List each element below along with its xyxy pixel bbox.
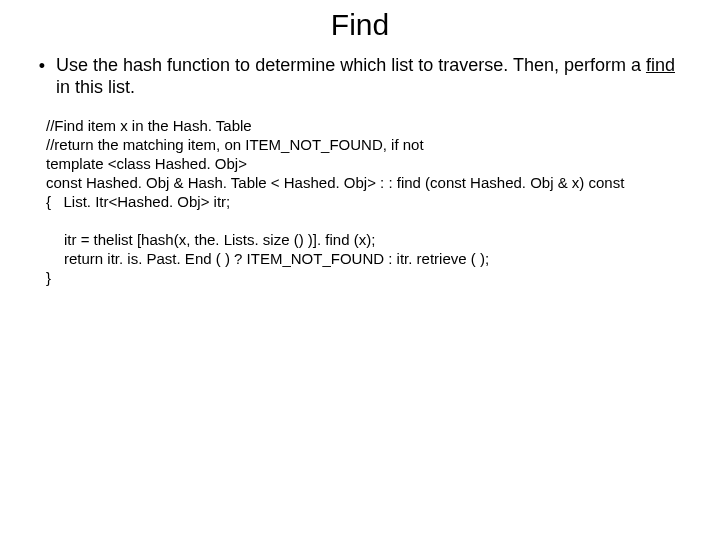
bullet-text-underlined: find — [646, 55, 675, 75]
code-line: //return the matching item, on ITEM_NOT_… — [46, 135, 692, 154]
code-line: itr = thelist [hash(x, the. Lists. size … — [46, 230, 692, 249]
bullet-text-pre: Use the hash function to determine which… — [56, 55, 646, 75]
code-line: template <class Hashed. Obj> — [46, 154, 692, 173]
slide: Find • Use the hash function to determin… — [0, 0, 720, 540]
code-line: const Hashed. Obj & Hash. Table < Hashed… — [46, 173, 692, 192]
slide-body: • Use the hash function to determine whi… — [0, 54, 720, 287]
bullet-item: • Use the hash function to determine whi… — [28, 54, 692, 98]
slide-title: Find — [0, 0, 720, 48]
blank-line — [46, 211, 692, 230]
code-line: } — [46, 268, 692, 287]
bullet-marker: • — [28, 54, 56, 77]
code-line: return itr. is. Past. End ( ) ? ITEM_NOT… — [46, 249, 692, 268]
code-line: //Find item x in the Hash. Table — [46, 116, 692, 135]
bullet-text: Use the hash function to determine which… — [56, 54, 692, 98]
code-line: { List. Itr<Hashed. Obj> itr; — [46, 192, 692, 211]
bullet-text-post: in this list. — [56, 77, 135, 97]
code-block: //Find item x in the Hash. Table //retur… — [28, 116, 692, 287]
